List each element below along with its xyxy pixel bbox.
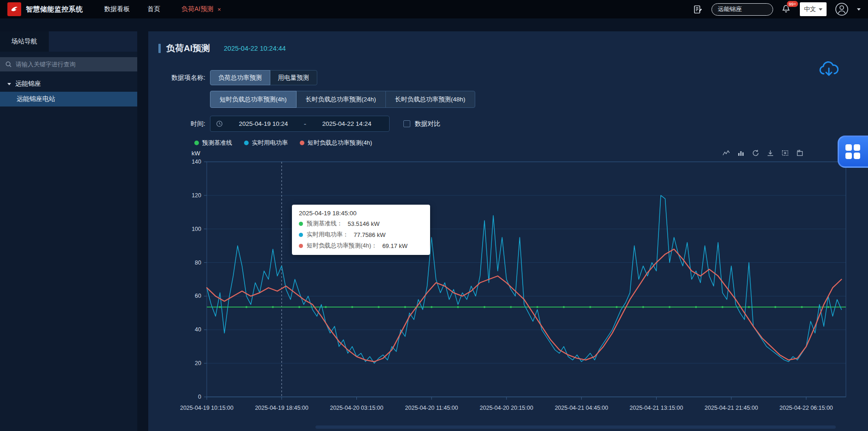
forecast-tab-group: 短时负载总功率预测(4h) 长时负载总功率预测(24h) 长时负载总功率预测(4… — [210, 91, 475, 108]
topbar: 智慧储能监控系统 数据看板 首页 负荷AI预测 × 远能锦座 99+ 中文 — [0, 0, 868, 18]
restore-icon[interactable] — [751, 149, 759, 157]
data-item-row: 数据项名称: 负荷总功率预测 用电量预测 — [158, 70, 868, 85]
svg-text:2025-04-20 20:15:00: 2025-04-20 20:15:00 — [480, 405, 533, 411]
avatar[interactable] — [835, 2, 849, 16]
tooltip-row-forecast: 短时负载总功率预测(4h)： 69.17 kW — [299, 242, 423, 250]
time-label: 时间: — [158, 120, 205, 128]
nav-item-dashboard[interactable]: 数据看板 — [104, 5, 130, 13]
legend-item-baseline[interactable]: 预测基准线 — [194, 139, 232, 147]
svg-text:40: 40 — [195, 326, 201, 333]
zoom-reset-icon[interactable] — [796, 149, 804, 157]
tab-long-term-24h[interactable]: 长时负载总功率预测(24h) — [296, 91, 386, 108]
sidebar-tab-station-nav[interactable]: 场站导航 — [0, 31, 49, 52]
user-icon — [835, 2, 849, 16]
nav-item-home[interactable]: 首页 — [147, 5, 160, 13]
tooltip-value: 69.17 kW — [382, 242, 408, 249]
svg-text:2025-04-20 11:45:00: 2025-04-20 11:45:00 — [405, 405, 458, 411]
button-energy-forecast[interactable]: 用电量预测 — [270, 70, 318, 85]
grid-widget-icon — [845, 144, 860, 159]
save-image-icon[interactable] — [766, 149, 774, 157]
language-selector[interactable]: 中文 — [800, 2, 827, 16]
svg-text:2025-04-21 13:15:00: 2025-04-21 13:15:00 — [629, 405, 683, 411]
chart-toolbar — [722, 149, 804, 157]
tooltip-label: 预测基准线： — [307, 219, 343, 228]
topbar-right: 远能锦座 99+ 中文 — [692, 2, 861, 16]
compare-control: 数据对比 — [403, 116, 440, 132]
title-accent-bar — [158, 44, 161, 53]
search-input[interactable] — [0, 61, 137, 68]
range-start-value[interactable]: 2025-04-19 10:24 — [227, 120, 300, 127]
logo-icon — [9, 4, 19, 14]
legend-label: 预测基准线 — [202, 139, 232, 147]
tooltip-value: 77.7586 kW — [354, 231, 385, 238]
close-icon[interactable]: × — [217, 6, 221, 13]
tooltip-row-baseline: 预测基准线： 53.5146 kW — [299, 219, 423, 228]
svg-text:2025-04-19 10:15:00: 2025-04-19 10:15:00 — [180, 405, 233, 411]
current-timestamp: 2025-04-22 10:24:44 — [224, 45, 286, 52]
svg-text:120: 120 — [192, 192, 201, 199]
report-icon[interactable] — [692, 4, 703, 15]
data-zoom-icon[interactable] — [781, 149, 789, 157]
tab-load-ai-forecast[interactable]: 负荷AI预测 × — [181, 5, 221, 13]
range-separator: - — [304, 120, 306, 128]
compare-checkbox[interactable] — [403, 120, 410, 127]
load-forecast-chart[interactable]: 0204060801001201402025-04-19 10:15:00202… — [172, 157, 855, 414]
bar-chart-icon[interactable] — [737, 149, 745, 157]
caret-down-icon — [7, 83, 11, 85]
station-tree: 远能锦座 远能锦座电站 — [0, 76, 137, 106]
y-axis-unit: kW — [192, 150, 200, 157]
chart-header: kW — [158, 148, 868, 158]
compare-label: 数据对比 — [414, 120, 440, 128]
chart-legend: 预测基准线 实时用电功率 短时负载总功率预测(4h) — [194, 139, 868, 147]
series-dot-blue — [299, 233, 303, 237]
tree-node-site[interactable]: 远能锦座 — [0, 76, 137, 92]
site-selector[interactable]: 远能锦座 — [711, 3, 773, 16]
notifications-button[interactable]: 99+ — [781, 4, 792, 14]
svg-text:2025-04-21 04:45:00: 2025-04-21 04:45:00 — [555, 405, 608, 411]
chart-area[interactable]: 0204060801001201402025-04-19 10:15:00202… — [172, 157, 855, 414]
line-chart-icon[interactable] — [722, 149, 730, 157]
time-filter-row: 时间: 2025-04-19 10:24 - 2025-04-22 14:24 … — [158, 116, 868, 132]
page-title: 负荷AI预测 — [166, 42, 210, 54]
tooltip-label: 实时用电功率： — [307, 230, 349, 239]
data-item-button-group: 负荷总功率预测 用电量预测 — [210, 70, 317, 85]
tooltip-row-realtime: 实时用电功率： 77.7586 kW — [299, 230, 423, 239]
range-end-value[interactable]: 2025-04-22 14:24 — [310, 120, 384, 127]
chart-tooltip: 2025-04-19 18:45:00 预测基准线： 53.5146 kW 实时… — [292, 205, 430, 255]
tree-node-label: 远能锦座电站 — [17, 95, 55, 103]
tab-label: 负荷AI预测 — [181, 5, 213, 13]
forecast-tabs-row: 短时负载总功率预测(4h) 长时负载总功率预测(24h) 长时负载总功率预测(4… — [158, 91, 868, 108]
legend-dot-blue — [244, 141, 249, 145]
svg-text:2025-04-22 06:15:00: 2025-04-22 06:15:00 — [780, 405, 833, 411]
sidebar-search — [0, 57, 137, 71]
svg-text:140: 140 — [192, 159, 201, 165]
sidebar: 场站导航 远能锦座 远能锦座电站 — [0, 31, 137, 431]
floating-menu-widget[interactable] — [838, 136, 868, 168]
caret-down-icon[interactable] — [857, 8, 861, 11]
legend-item-realtime[interactable]: 实时用电功率 — [244, 139, 288, 147]
legend-item-forecast-4h[interactable]: 短时负载总功率预测(4h) — [300, 139, 372, 147]
notification-badge: 99+ — [786, 0, 798, 7]
svg-text:80: 80 — [195, 260, 201, 266]
datazoom-slider[interactable] — [315, 425, 836, 429]
date-range-picker[interactable]: 2025-04-19 10:24 - 2025-04-22 14:24 — [210, 116, 390, 132]
tab-short-term-4h[interactable]: 短时负载总功率预测(4h) — [210, 91, 297, 108]
data-item-label: 数据项名称: — [158, 74, 205, 82]
tree-node-station-selected[interactable]: 远能锦座电站 — [0, 92, 137, 106]
tooltip-value: 53.5146 kW — [348, 220, 379, 227]
clock-icon — [216, 120, 223, 127]
svg-text:2025-04-20 03:15:00: 2025-04-20 03:15:00 — [330, 405, 383, 411]
language-value: 中文 — [804, 5, 816, 13]
title-row: 负荷AI预测 2025-04-22 10:24:44 — [158, 42, 868, 54]
series-dot-red — [299, 244, 303, 248]
caret-down-icon — [819, 8, 822, 11]
svg-text:0: 0 — [198, 394, 201, 400]
legend-dot-red — [300, 141, 304, 145]
body: 场站导航 远能锦座 远能锦座电站 负荷AI预测 2025-04-22 10:24… — [0, 31, 868, 431]
tab-long-term-48h[interactable]: 长时负载总功率预测(48h) — [385, 91, 475, 108]
site-selector-value: 远能锦座 — [718, 5, 742, 13]
app-title: 智慧储能监控系统 — [26, 5, 83, 14]
top-nav: 数据看板 首页 — [104, 5, 160, 13]
svg-text:100: 100 — [192, 226, 201, 232]
button-total-power-forecast[interactable]: 负荷总功率预测 — [210, 70, 270, 85]
